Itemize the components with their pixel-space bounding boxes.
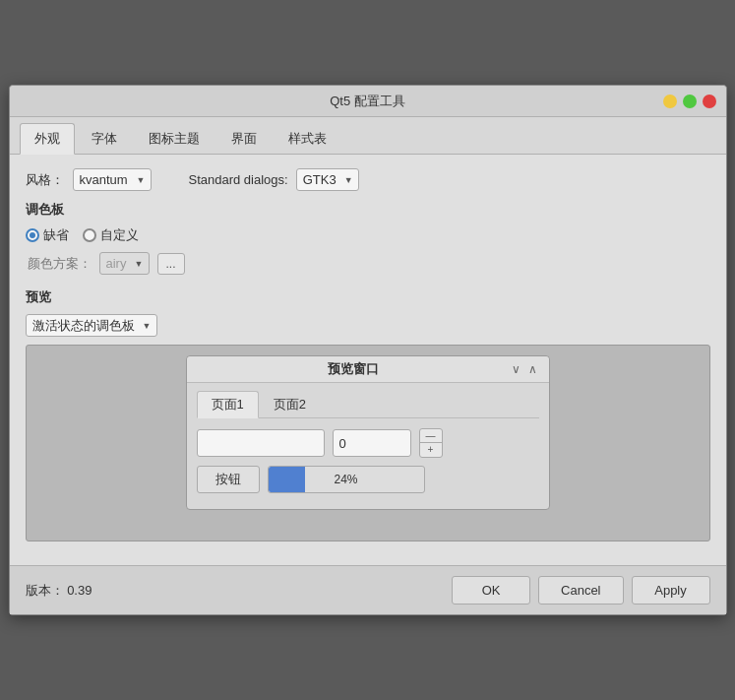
mini-progress-bar: 24%	[268, 466, 425, 493]
mini-form-row-1: 0 — +	[197, 428, 539, 458]
preview-title: 预览	[26, 288, 710, 306]
color-scheme-select-wrapper: airy	[99, 252, 150, 275]
radio-custom-label: 自定义	[100, 226, 139, 244]
window-title: Qt5 配置工具	[330, 93, 405, 110]
mini-spin-plus[interactable]: +	[420, 443, 442, 457]
main-content-area: 风格： kvantum Standard dialogs: GTK3 调色板	[10, 155, 726, 565]
mini-collapse-btn[interactable]: ∨	[510, 362, 522, 376]
tab-bar: 外观 字体 图标主题 界面 样式表	[10, 117, 726, 155]
color-scheme-label: 颜色方案：	[28, 255, 92, 273]
preview-dropdown-wrapper: 激活状态的调色板	[26, 314, 157, 337]
radio-default-label: 缺省	[43, 226, 69, 244]
mini-expand-btn[interactable]: ∧	[526, 362, 539, 376]
tab-style-sheet[interactable]: 样式表	[274, 123, 341, 154]
radio-group: 缺省 自定义	[26, 226, 710, 244]
preview-dropdown-row: 激活状态的调色板	[26, 314, 710, 337]
style-row: 风格： kvantum Standard dialogs: GTK3	[26, 168, 710, 191]
standard-dialogs-select[interactable]: GTK3	[296, 168, 359, 191]
preview-section: 预览 激活状态的调色板 预览窗口 ∨	[26, 288, 710, 541]
preview-dropdown[interactable]: 激活状态的调色板	[26, 314, 157, 337]
content: 外观 字体 图标主题 界面 样式表 风格： kvantum Standard d…	[10, 117, 726, 565]
mini-tab-page2[interactable]: 页面2	[259, 391, 321, 417]
mini-spin-minus[interactable]: —	[420, 429, 442, 443]
ellipsis-button[interactable]: ...	[157, 253, 185, 275]
ok-button[interactable]: OK	[452, 576, 530, 605]
standard-dialogs-label: Standard dialogs:	[189, 172, 288, 187]
mini-tabs: 页面1 页面2	[197, 391, 539, 418]
mini-titlebar-buttons: ∨ ∧	[510, 362, 539, 376]
main-window: Qt5 配置工具 外观 字体 图标主题 界面 样式表 风格： kvantum	[9, 85, 727, 615]
mini-titlebar: 预览窗口 ∨ ∧	[187, 356, 549, 383]
apply-button[interactable]: Apply	[632, 576, 710, 605]
tab-fonts[interactable]: 字体	[77, 123, 132, 154]
mini-button[interactable]: 按钮	[197, 466, 260, 493]
mini-text-input[interactable]	[197, 429, 325, 457]
radio-default-circle	[26, 228, 39, 242]
cancel-button[interactable]: Cancel	[538, 576, 623, 605]
tab-appearance[interactable]: 外观	[20, 123, 75, 155]
mini-form-row-2: 按钮 24%	[197, 466, 539, 493]
color-palette-title: 调色板	[26, 201, 710, 219]
close-button[interactable]	[703, 95, 716, 108]
bottom-buttons: OK Cancel Apply	[452, 576, 709, 605]
preview-area: 预览窗口 ∨ ∧ 页面1 页面2	[26, 345, 710, 541]
style-label: 风格：	[26, 171, 65, 189]
style-select[interactable]: kvantum	[73, 168, 152, 191]
radio-custom[interactable]: 自定义	[83, 226, 139, 244]
color-scheme-select[interactable]: airy	[99, 252, 150, 275]
radio-default[interactable]: 缺省	[26, 226, 69, 244]
color-scheme-row: 颜色方案： airy ...	[26, 252, 710, 275]
standard-dialogs-select-wrapper: GTK3	[296, 168, 359, 191]
radio-custom-circle	[83, 228, 96, 242]
mini-num-input[interactable]: 0	[333, 429, 411, 457]
tab-icon-theme[interactable]: 图标主题	[134, 123, 214, 154]
titlebar-buttons	[663, 95, 716, 108]
mini-window-title: 预览窗口	[197, 360, 510, 378]
mini-spinner: — +	[419, 428, 443, 458]
style-select-wrapper: kvantum	[73, 168, 152, 191]
minimize-button[interactable]	[663, 95, 677, 108]
titlebar: Qt5 配置工具	[10, 86, 726, 117]
mini-content: 页面1 页面2 0 — +	[187, 383, 549, 509]
maximize-button[interactable]	[683, 95, 697, 108]
version-text: 版本： 0.39	[26, 582, 92, 600]
tab-interface[interactable]: 界面	[216, 123, 272, 154]
mini-window: 预览窗口 ∨ ∧ 页面1 页面2	[186, 355, 550, 510]
mini-progress-text: 24%	[269, 473, 424, 486]
bottom-bar: 版本： 0.39 OK Cancel Apply	[10, 565, 726, 614]
mini-tab-page1[interactable]: 页面1	[197, 391, 259, 418]
